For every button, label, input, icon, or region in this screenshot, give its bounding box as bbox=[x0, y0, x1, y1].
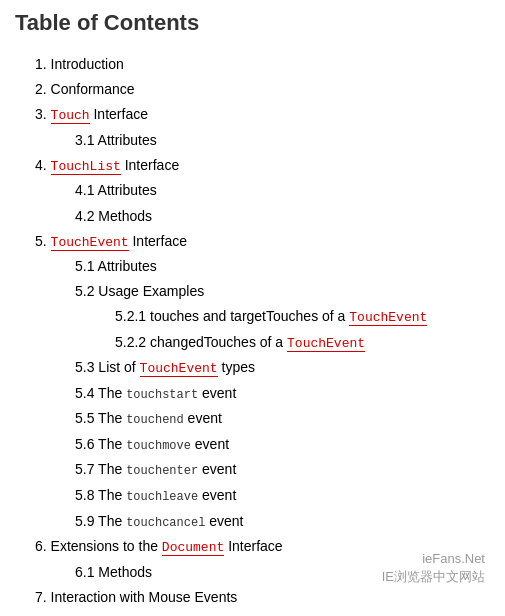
list-item: 4.2 Methods bbox=[75, 204, 490, 229]
code-touchevent: TouchEvent bbox=[51, 235, 129, 251]
toc-link-extensions-methods[interactable]: 6.1 Methods bbox=[75, 564, 152, 580]
code-touch: Touch bbox=[51, 108, 90, 124]
code-touchstart: touchstart bbox=[126, 388, 198, 402]
toc-link-touchevent-types[interactable]: 5.3 List of TouchEvent types bbox=[75, 359, 255, 375]
toc-link-touchleave[interactable]: 5.8 The touchleave event bbox=[75, 487, 236, 503]
watermark-line1: ieFans.Net bbox=[382, 550, 485, 568]
toc-link-extensions[interactable]: 6. Extensions to the Document Interface bbox=[35, 538, 283, 554]
toc-link-usage-examples[interactable]: 5.2 Usage Examples bbox=[75, 283, 204, 299]
list-item: 5.9 The touchcancel event bbox=[75, 509, 490, 535]
list-item: 1. Introduction bbox=[35, 52, 490, 77]
toc-link-touchlist-attributes[interactable]: 4.1 Attributes bbox=[75, 182, 157, 198]
list-item: 4. TouchList Interface bbox=[35, 153, 490, 178]
code-touchleave: touchleave bbox=[126, 490, 198, 504]
toc-link-touches[interactable]: 5.2.1 touches and targetTouches of a Tou… bbox=[115, 308, 427, 324]
code-touchevent-522: TouchEvent bbox=[287, 336, 365, 352]
list-item: 8. Glossary bbox=[35, 610, 490, 616]
toc-link-changedtouches[interactable]: 5.2.2 changedTouches of a TouchEvent bbox=[115, 334, 365, 350]
code-touchevent-521: TouchEvent bbox=[349, 310, 427, 326]
toc-link-touchend[interactable]: 5.5 The touchend event bbox=[75, 410, 222, 426]
toc-link-conformance[interactable]: 2. Conformance bbox=[35, 81, 135, 97]
toc-link-touchcancel[interactable]: 5.9 The touchcancel event bbox=[75, 513, 243, 529]
list-item: 5.2 Usage Examples bbox=[75, 279, 490, 304]
code-document: Document bbox=[162, 540, 224, 556]
list-item: 3.1 Attributes bbox=[75, 128, 490, 153]
list-item: 7. Interaction with Mouse Events bbox=[35, 585, 490, 610]
toc-link-touch-attributes[interactable]: 3.1 Attributes bbox=[75, 132, 157, 148]
page-title: Table of Contents bbox=[15, 10, 490, 36]
table-of-contents: 1. Introduction 2. Conformance 3. Touch … bbox=[15, 52, 490, 616]
code-touchlist: TouchList bbox=[51, 159, 121, 175]
list-item: 5. TouchEvent Interface bbox=[35, 229, 490, 254]
toc-link-touch[interactable]: 3. Touch Interface bbox=[35, 106, 148, 122]
list-item: 3. Touch Interface bbox=[35, 102, 490, 127]
list-item: 5.6 The touchmove event bbox=[75, 432, 490, 458]
toc-link-touchlist-methods[interactable]: 4.2 Methods bbox=[75, 208, 152, 224]
watermark-line2: IE浏览器中文网站 bbox=[382, 568, 485, 586]
toc-link-touchmove[interactable]: 5.6 The touchmove event bbox=[75, 436, 229, 452]
watermark: ieFans.Net IE浏览器中文网站 bbox=[382, 550, 485, 586]
list-item: 5.7 The touchenter event bbox=[75, 457, 490, 483]
code-touchend: touchend bbox=[126, 413, 184, 427]
code-touchenter: touchenter bbox=[126, 464, 198, 478]
list-item: 5.2.2 changedTouches of a TouchEvent bbox=[115, 330, 490, 355]
list-item: 5.4 The touchstart event bbox=[75, 381, 490, 407]
list-item: 5.3 List of TouchEvent types bbox=[75, 355, 490, 380]
toc-link-touchevent-attributes[interactable]: 5.1 Attributes bbox=[75, 258, 157, 274]
code-touchevent-53: TouchEvent bbox=[140, 361, 218, 377]
list-item: 4.1 Attributes bbox=[75, 178, 490, 203]
toc-link-touchlist[interactable]: 4. TouchList Interface bbox=[35, 157, 179, 173]
list-item: 5.5 The touchend event bbox=[75, 406, 490, 432]
list-item: 5.1 Attributes bbox=[75, 254, 490, 279]
list-item: 5.8 The touchleave event bbox=[75, 483, 490, 509]
toc-link-touchstart[interactable]: 5.4 The touchstart event bbox=[75, 385, 236, 401]
toc-link-touchenter[interactable]: 5.7 The touchenter event bbox=[75, 461, 236, 477]
list-item: 5.2.1 touches and targetTouches of a Tou… bbox=[115, 304, 490, 329]
code-touchcancel: touchcancel bbox=[126, 516, 205, 530]
toc-link-mouse-events[interactable]: 7. Interaction with Mouse Events bbox=[35, 589, 237, 605]
list-item: 2. Conformance bbox=[35, 77, 490, 102]
toc-link-introduction[interactable]: 1. Introduction bbox=[35, 56, 124, 72]
code-touchmove: touchmove bbox=[126, 439, 191, 453]
toc-link-touchevent[interactable]: 5. TouchEvent Interface bbox=[35, 233, 187, 249]
